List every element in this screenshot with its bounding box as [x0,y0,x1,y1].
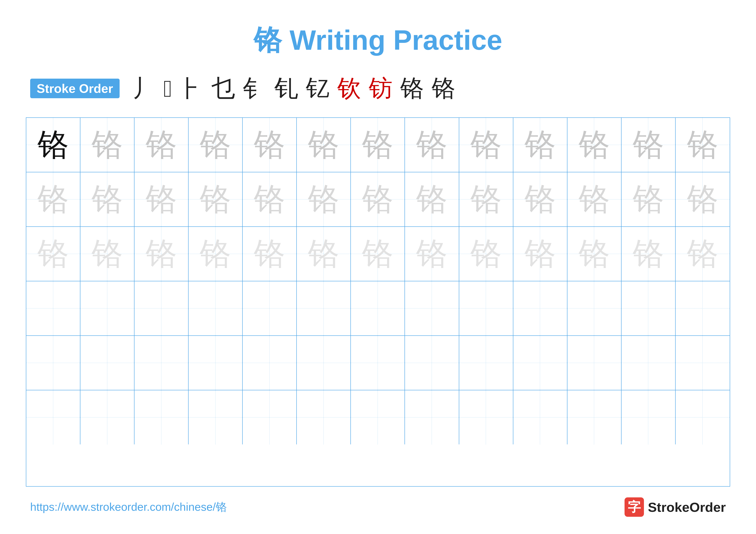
cell-5-10[interactable] [513,336,567,390]
cell-2-2[interactable]: 铬 [80,172,134,226]
cell-2-12[interactable]: 铬 [622,172,676,226]
stroke-sequence: 丿 𠂇 ⺊ 乜 钅 钆 钇 钦 钫 铬 铬 [128,72,459,105]
cell-1-1[interactable]: 铬 [26,118,80,172]
cell-6-2[interactable] [80,390,134,445]
cell-4-12[interactable] [622,281,676,335]
footer-url[interactable]: https://www.strokeorder.com/chinese/铬 [30,499,227,515]
cell-5-4[interactable] [189,336,243,390]
cell-1-11[interactable]: 铬 [567,118,622,172]
cell-3-2[interactable]: 铬 [80,227,134,281]
grid-row-5 [26,336,730,390]
cell-5-1[interactable] [26,336,80,390]
cell-5-9[interactable] [459,336,513,390]
cell-1-10[interactable]: 铬 [513,118,567,172]
cell-2-9[interactable]: 铬 [459,172,513,226]
cell-2-8[interactable]: 铬 [405,172,459,226]
cell-3-8[interactable]: 铬 [405,227,459,281]
cell-4-13[interactable] [676,281,730,335]
cell-4-2[interactable] [80,281,134,335]
cell-6-9[interactable] [459,390,513,445]
cell-2-13[interactable]: 铬 [676,172,730,226]
cell-2-10[interactable]: 铬 [513,172,567,226]
stroke-9: 钫 [369,72,392,105]
cell-5-11[interactable] [567,336,622,390]
cell-4-4[interactable] [189,281,243,335]
cell-4-6[interactable] [297,281,351,335]
footer: https://www.strokeorder.com/chinese/铬 字 … [26,497,730,517]
cell-4-10[interactable] [513,281,567,335]
stroke-8: 钦 [337,72,361,105]
logo-icon: 字 [625,497,644,517]
cell-2-1[interactable]: 铬 [26,172,80,226]
stroke-10: 铬 [400,72,424,105]
cell-3-6[interactable]: 铬 [297,227,351,281]
cell-3-10[interactable]: 铬 [513,227,567,281]
cell-1-9[interactable]: 铬 [459,118,513,172]
cell-1-12[interactable]: 铬 [622,118,676,172]
cell-4-7[interactable] [351,281,405,335]
cell-6-7[interactable] [351,390,405,445]
cell-5-12[interactable] [622,336,676,390]
cell-1-6[interactable]: 铬 [297,118,351,172]
cell-6-4[interactable] [189,390,243,445]
cell-3-12[interactable]: 铬 [622,227,676,281]
cell-3-9[interactable]: 铬 [459,227,513,281]
cell-4-3[interactable] [134,281,189,335]
cell-5-3[interactable] [134,336,189,390]
cell-5-7[interactable] [351,336,405,390]
cell-4-11[interactable] [567,281,622,335]
grid-row-6 [26,390,730,445]
cell-6-5[interactable] [243,390,297,445]
cell-3-11[interactable]: 铬 [567,227,622,281]
cell-5-6[interactable] [297,336,351,390]
grid-row-4 [26,281,730,336]
cell-2-3[interactable]: 铬 [134,172,189,226]
cell-5-2[interactable] [80,336,134,390]
stroke-3: ⺊ [180,72,204,105]
cell-2-7[interactable]: 铬 [351,172,405,226]
cell-6-8[interactable] [405,390,459,445]
cell-4-8[interactable] [405,281,459,335]
cell-6-10[interactable] [513,390,567,445]
cell-5-8[interactable] [405,336,459,390]
grid-row-1: 铬 铬 铬 铬 铬 铬 铬 铬 铬 铬 铬 铬 铬 [26,118,730,172]
cell-6-6[interactable] [297,390,351,445]
cell-1-8[interactable]: 铬 [405,118,459,172]
grid-row-2: 铬 铬 铬 铬 铬 铬 铬 铬 铬 铬 铬 铬 铬 [26,172,730,227]
cell-1-13[interactable]: 铬 [676,118,730,172]
cell-3-3[interactable]: 铬 [134,227,189,281]
cell-2-5[interactable]: 铬 [243,172,297,226]
practice-grid: 铬 铬 铬 铬 铬 铬 铬 铬 铬 铬 铬 铬 铬 铬 铬 铬 铬 铬 铬 铬 … [26,117,730,487]
cell-3-5[interactable]: 铬 [243,227,297,281]
cell-3-1[interactable]: 铬 [26,227,80,281]
cell-6-3[interactable] [134,390,189,445]
cell-1-4[interactable]: 铬 [189,118,243,172]
cell-2-6[interactable]: 铬 [297,172,351,226]
cell-3-4[interactable]: 铬 [189,227,243,281]
cell-6-12[interactable] [622,390,676,445]
cell-2-11[interactable]: 铬 [567,172,622,226]
logo-text: StrokeOrder [648,499,726,515]
cell-6-11[interactable] [567,390,622,445]
cell-1-2[interactable]: 铬 [80,118,134,172]
cell-3-13[interactable]: 铬 [676,227,730,281]
cell-6-13[interactable] [676,390,730,445]
cell-4-9[interactable] [459,281,513,335]
cell-4-1[interactable] [26,281,80,335]
footer-logo: 字 StrokeOrder [625,497,726,517]
cell-6-1[interactable] [26,390,80,445]
cell-1-7[interactable]: 铬 [351,118,405,172]
cell-5-13[interactable] [676,336,730,390]
stroke-5: 钅 [243,72,267,105]
cell-4-5[interactable] [243,281,297,335]
char-full: 铬 [38,129,69,161]
cell-3-7[interactable]: 铬 [351,227,405,281]
stroke-11: 铬 [432,72,455,105]
stroke-4: 乜 [211,72,235,105]
stroke-order-row: Stroke Order 丿 𠂇 ⺊ 乜 钅 钆 钇 钦 钫 铬 铬 [26,72,730,105]
logo-char: 字 [628,498,641,516]
cell-1-3[interactable]: 铬 [134,118,189,172]
cell-2-4[interactable]: 铬 [189,172,243,226]
cell-5-5[interactable] [243,336,297,390]
cell-1-5[interactable]: 铬 [243,118,297,172]
